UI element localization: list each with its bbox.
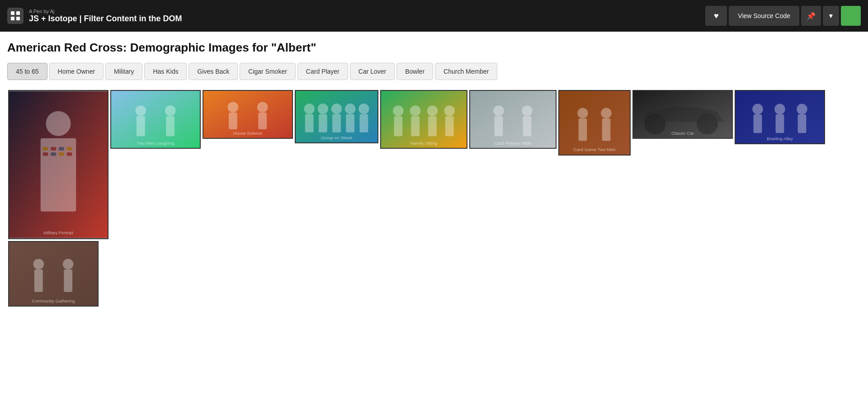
svg-point-47 <box>444 105 455 116</box>
svg-text:Two Men Laughing: Two Men Laughing <box>137 141 175 146</box>
heart-button[interactable]: ♥ <box>705 6 727 26</box>
svg-point-67 <box>752 104 763 115</box>
filter-btn-kids[interactable]: Has Kids <box>144 63 187 80</box>
svg-point-59 <box>601 108 611 118</box>
svg-rect-26 <box>258 113 267 129</box>
svg-point-5 <box>46 111 71 136</box>
svg-rect-14 <box>67 152 72 156</box>
topbar-title-block: A Pen by Aj JS + Isotope | Filter Conten… <box>29 9 700 24</box>
svg-text:Community Gathering: Community Gathering <box>32 298 75 303</box>
image-grid: Military PortraitTwo Men LaughingHouse E… <box>7 89 861 307</box>
image-item-img1: Military Portrait <box>8 90 108 239</box>
filter-btn-cardplayer[interactable]: Card Player <box>297 63 348 80</box>
svg-rect-60 <box>602 118 611 141</box>
svg-rect-48 <box>445 116 454 137</box>
svg-rect-56 <box>559 91 630 155</box>
filter-bar: 45 to 65Home OwnerMilitaryHas KidsGives … <box>7 63 861 80</box>
svg-text:Card Players Table: Card Players Table <box>494 141 531 146</box>
action-green-button[interactable] <box>841 6 861 26</box>
topbar: A Pen by Aj JS + Isotope | Filter Conten… <box>0 0 868 32</box>
svg-rect-68 <box>754 114 762 133</box>
svg-rect-54 <box>523 116 532 137</box>
svg-rect-18 <box>137 116 145 137</box>
svg-point-35 <box>345 104 355 114</box>
svg-rect-34 <box>332 114 341 132</box>
svg-rect-9 <box>59 147 64 151</box>
view-source-button[interactable]: View Source Code <box>729 6 799 26</box>
svg-point-71 <box>797 104 807 115</box>
svg-rect-16 <box>111 90 200 148</box>
svg-text:House Exterior: House Exterior <box>233 131 263 136</box>
svg-rect-72 <box>798 114 807 133</box>
svg-rect-8 <box>51 147 56 151</box>
site-logo <box>7 8 24 24</box>
filter-btn-church[interactable]: Church Member <box>435 63 497 80</box>
svg-point-25 <box>257 102 268 113</box>
svg-rect-1 <box>16 11 20 15</box>
svg-rect-20 <box>166 116 175 137</box>
image-item-img5: Family Sitting <box>380 90 467 149</box>
pen-by-label: A Pen by Aj <box>29 9 700 14</box>
filter-btn-homeowner[interactable]: Home Owner <box>49 63 104 80</box>
svg-text:Bowling Alley: Bowling Alley <box>767 136 793 141</box>
svg-point-37 <box>359 104 369 114</box>
image-item-img9: Bowling Alley <box>735 90 825 144</box>
image-item-img6: Card Players Table <box>469 90 557 149</box>
filter-btn-cigar[interactable]: Cigar Smoker <box>240 63 296 80</box>
svg-rect-13 <box>59 152 64 156</box>
svg-text:Group on Street: Group on Street <box>321 135 353 140</box>
svg-point-17 <box>136 105 146 116</box>
svg-rect-42 <box>394 116 402 137</box>
svg-rect-58 <box>579 118 587 141</box>
svg-text:Military Portrait: Military Portrait <box>43 230 73 235</box>
svg-text:Family Sitting: Family Sitting <box>410 141 437 146</box>
pin-button[interactable]: 📌 <box>801 6 821 26</box>
filter-btn-military[interactable]: Military <box>105 63 142 80</box>
image-item-img2: Two Men Laughing <box>110 90 201 149</box>
svg-rect-2 <box>11 17 14 20</box>
filter-btn-age[interactable]: 45 to 65 <box>7 63 47 80</box>
pen-title: JS + Isotope | Filter Content in the DOM <box>29 14 700 24</box>
svg-rect-24 <box>229 113 237 129</box>
svg-rect-36 <box>346 114 354 132</box>
dropdown-chevron-button[interactable]: ▼ <box>823 6 839 26</box>
svg-point-41 <box>393 105 404 116</box>
svg-point-63 <box>645 113 666 135</box>
svg-point-19 <box>165 105 176 116</box>
image-item-img3: House Exterior <box>203 90 293 139</box>
topbar-actions: ♥ View Source Code 📌 ▼ <box>705 6 861 26</box>
svg-rect-0 <box>11 11 14 15</box>
svg-rect-12 <box>51 152 56 156</box>
image-item-img8: Classic Car <box>632 90 733 139</box>
filter-btn-carlover[interactable]: Car Lover <box>350 63 395 80</box>
svg-point-53 <box>522 105 533 116</box>
svg-point-45 <box>427 105 438 116</box>
svg-rect-50 <box>470 90 556 148</box>
svg-text:Card Game Two Men: Card Game Two Men <box>574 147 615 152</box>
svg-rect-78 <box>64 269 72 292</box>
page-title: American Red Cross: Demographic Images f… <box>7 41 861 55</box>
svg-rect-40 <box>381 90 467 148</box>
svg-rect-70 <box>776 114 784 133</box>
svg-rect-46 <box>428 116 437 137</box>
svg-rect-74 <box>9 241 98 306</box>
svg-point-43 <box>410 105 421 116</box>
filter-btn-givesback[interactable]: Gives Back <box>189 63 238 80</box>
svg-rect-7 <box>43 147 48 151</box>
svg-rect-3 <box>16 17 20 20</box>
svg-rect-11 <box>43 152 48 156</box>
svg-point-69 <box>774 104 785 115</box>
svg-point-51 <box>493 105 504 116</box>
svg-rect-30 <box>305 114 314 132</box>
image-item-img7: Card Game Two Men <box>558 90 631 156</box>
svg-point-29 <box>304 104 314 114</box>
svg-point-23 <box>228 102 239 113</box>
svg-point-57 <box>577 108 588 118</box>
svg-point-64 <box>697 113 718 135</box>
svg-rect-44 <box>411 116 420 137</box>
svg-point-75 <box>33 259 44 269</box>
filter-btn-bowler[interactable]: Bowler <box>396 63 433 80</box>
svg-rect-52 <box>495 116 503 137</box>
svg-point-77 <box>63 259 74 269</box>
image-item-img4: Group on Street <box>295 90 378 143</box>
